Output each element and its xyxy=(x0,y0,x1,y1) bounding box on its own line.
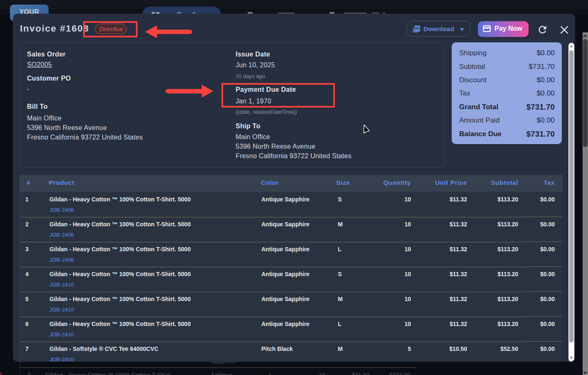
svg-text:PDF: PDF xyxy=(415,27,420,30)
